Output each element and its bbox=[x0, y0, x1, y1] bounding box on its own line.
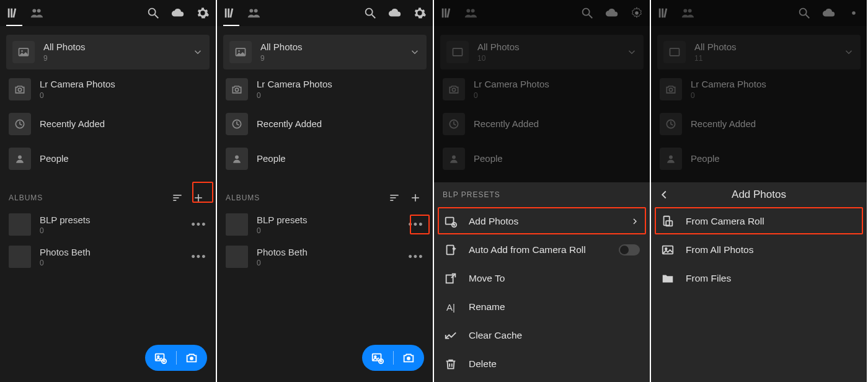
recent-row[interactable]: Recently Added bbox=[0, 107, 216, 141]
cloud-icon[interactable] bbox=[605, 6, 619, 20]
label: Recently Added bbox=[40, 118, 105, 130]
all-photos-row[interactable]: All Photos 9 bbox=[6, 35, 210, 69]
label: Lr Camera Photos bbox=[691, 79, 766, 90]
svg-point-31 bbox=[238, 50, 240, 52]
svg-line-29 bbox=[372, 15, 376, 19]
add-photo-icon[interactable] bbox=[362, 351, 393, 365]
people-row[interactable]: People bbox=[651, 141, 867, 176]
count: 0 bbox=[40, 91, 115, 100]
albums-header: ALBUMS bbox=[0, 187, 216, 208]
add-album-button[interactable] bbox=[190, 189, 207, 207]
recent-row[interactable]: Recently Added bbox=[434, 107, 650, 141]
clock-icon bbox=[226, 113, 248, 135]
lr-camera-row[interactable]: Lr Camera Photos0 bbox=[0, 72, 216, 107]
cloud-icon[interactable] bbox=[388, 6, 402, 20]
add-album-button[interactable] bbox=[407, 189, 424, 207]
people-icon[interactable] bbox=[464, 6, 477, 20]
search-icon[interactable] bbox=[580, 6, 594, 20]
recent-row[interactable]: Recently Added bbox=[217, 107, 433, 141]
tab-underline bbox=[6, 25, 22, 26]
cloud-icon[interactable] bbox=[171, 6, 185, 20]
person-icon bbox=[660, 148, 682, 170]
label: Lr Camera Photos bbox=[257, 79, 332, 90]
sheet-move[interactable]: Move To bbox=[434, 264, 650, 293]
svg-point-26 bbox=[249, 9, 253, 12]
svg-point-9 bbox=[18, 88, 21, 91]
svg-rect-69 bbox=[659, 9, 661, 18]
person-icon bbox=[9, 148, 31, 170]
search-icon[interactable] bbox=[363, 6, 377, 20]
sheet-delete[interactable]: Delete bbox=[434, 350, 650, 378]
library-list: All Photos9 Lr Camera Photos0 Recently A… bbox=[217, 26, 433, 176]
back-button[interactable] bbox=[657, 188, 671, 202]
people-icon[interactable] bbox=[681, 6, 694, 20]
sheet-all-photos[interactable]: From All Photos bbox=[651, 236, 867, 264]
album-title: BLP presets bbox=[40, 215, 90, 225]
svg-rect-2 bbox=[12, 9, 16, 18]
sheet-files[interactable]: From Files bbox=[651, 264, 867, 293]
album-row[interactable]: BLP presets0 ••• bbox=[0, 208, 216, 241]
sheet-auto-add[interactable]: Auto Add from Camera Roll bbox=[434, 236, 650, 264]
folder-icon bbox=[661, 272, 675, 285]
action-sheet: BLP PRESETS Add Photos Auto Add from Cam… bbox=[434, 182, 650, 382]
library-icon[interactable] bbox=[657, 6, 671, 20]
album-row[interactable]: BLP presets0••• bbox=[217, 208, 433, 241]
svg-point-5 bbox=[149, 9, 156, 16]
lr-camera-row[interactable]: Lr Camera Photos0 bbox=[651, 72, 867, 107]
cloud-icon[interactable] bbox=[822, 6, 836, 20]
library-icon[interactable] bbox=[6, 6, 20, 20]
library-icon[interactable] bbox=[440, 6, 454, 20]
svg-rect-13 bbox=[173, 197, 179, 198]
camera-capture-icon[interactable] bbox=[394, 351, 425, 365]
people-icon[interactable] bbox=[30, 6, 43, 20]
sheet-rename[interactable]: A|Rename bbox=[434, 293, 650, 321]
svg-point-8 bbox=[21, 50, 23, 52]
svg-rect-23 bbox=[225, 9, 227, 18]
clock-icon bbox=[443, 113, 465, 135]
library-icon[interactable] bbox=[223, 6, 237, 20]
toggle-off[interactable] bbox=[619, 244, 640, 255]
gear-icon[interactable] bbox=[196, 6, 210, 20]
more-icon[interactable]: ••• bbox=[408, 216, 424, 233]
svg-point-32 bbox=[235, 88, 238, 91]
all-photos-row[interactable]: All Photos9 bbox=[223, 35, 427, 69]
more-icon[interactable]: ••• bbox=[408, 249, 424, 265]
lr-camera-row[interactable]: Lr Camera Photos0 bbox=[434, 72, 650, 107]
library-list: All Photos11 Lr Camera Photos0 Recently … bbox=[651, 26, 867, 176]
gear-icon[interactable] bbox=[630, 6, 644, 20]
more-icon[interactable]: ••• bbox=[191, 216, 207, 233]
search-icon[interactable] bbox=[146, 6, 160, 20]
count: 9 bbox=[260, 54, 303, 63]
people-row[interactable]: People bbox=[0, 141, 216, 176]
sheet-camera-roll[interactable]: From Camera Roll bbox=[651, 207, 867, 236]
fab[interactable] bbox=[145, 345, 207, 371]
gear-icon[interactable] bbox=[413, 6, 427, 20]
svg-point-74 bbox=[800, 9, 807, 16]
panel-1: All Photos 9 Lr Camera Photos0 Recently … bbox=[0, 0, 217, 382]
all-photos-row[interactable]: All Photos10 bbox=[440, 35, 644, 69]
album-row[interactable]: Photos Beth0••• bbox=[217, 241, 433, 273]
lr-camera-row[interactable]: Lr Camera Photos0 bbox=[217, 72, 433, 107]
more-icon[interactable]: ••• bbox=[191, 249, 207, 265]
all-photos-row[interactable]: All Photos11 bbox=[657, 35, 861, 69]
camera-capture-icon[interactable] bbox=[177, 351, 208, 365]
search-icon[interactable] bbox=[797, 6, 811, 20]
sheet-clear[interactable]: Clear Cache bbox=[434, 321, 650, 350]
fab[interactable] bbox=[362, 345, 424, 371]
album-thumb bbox=[9, 246, 31, 268]
recent-row[interactable]: Recently Added bbox=[651, 107, 867, 141]
people-row[interactable]: People bbox=[434, 141, 650, 176]
sheet-title: BLP PRESETS bbox=[443, 190, 500, 199]
people-row[interactable]: People bbox=[217, 141, 433, 176]
gear-icon[interactable] bbox=[847, 6, 861, 20]
add-photo-icon[interactable] bbox=[145, 351, 176, 365]
sort-icon[interactable] bbox=[386, 189, 403, 207]
clock-icon bbox=[660, 113, 682, 135]
album-row[interactable]: Photos Beth0 ••• bbox=[0, 241, 216, 273]
count: 10 bbox=[477, 54, 520, 63]
label: Lr Camera Photos bbox=[474, 79, 549, 90]
people-icon[interactable] bbox=[247, 6, 260, 20]
sheet-add-photos[interactable]: Add Photos bbox=[434, 207, 650, 236]
top-bar bbox=[0, 0, 216, 26]
sort-icon[interactable] bbox=[169, 189, 186, 207]
